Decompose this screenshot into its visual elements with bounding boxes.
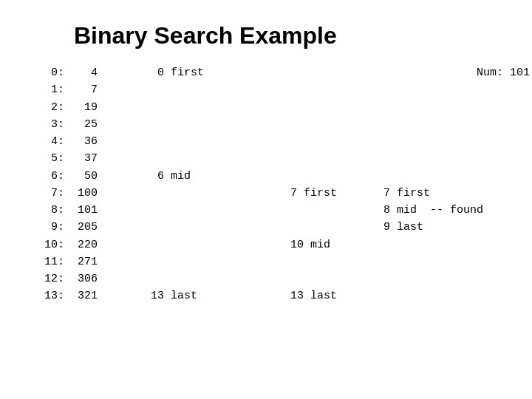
code-display: 0: 4 0 first Num: 101 1: 7 2: 19 3: 25 4…	[44, 64, 532, 305]
page-title: Binary Search Example	[74, 22, 532, 50]
